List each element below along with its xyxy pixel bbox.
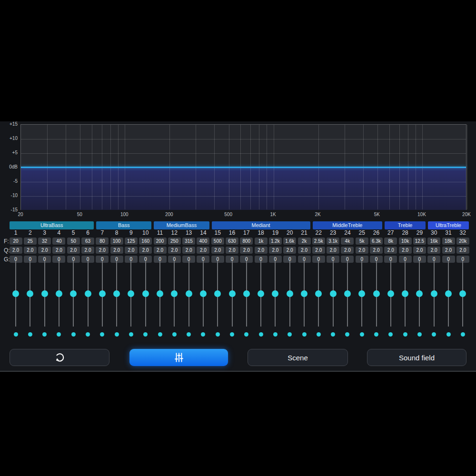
scene-button[interactable]: Scene	[248, 349, 348, 366]
gain-slider-knob[interactable]	[186, 290, 192, 297]
f-value[interactable]: 5k	[356, 238, 368, 245]
q-value[interactable]: 2.0	[67, 247, 80, 254]
gain-slider-knob[interactable]	[200, 290, 207, 297]
f-value[interactable]: 3.1k	[327, 238, 339, 245]
f-value[interactable]: 6.3k	[370, 238, 383, 245]
f-value[interactable]: 8k	[384, 238, 397, 245]
f-value[interactable]: 32	[38, 238, 51, 245]
gain-slider-knob[interactable]	[41, 290, 48, 297]
gain-slider-knob[interactable]	[272, 290, 278, 297]
q-value[interactable]: 2.0	[283, 247, 296, 254]
f-value[interactable]: 400	[197, 238, 209, 245]
q-value[interactable]: 2.0	[298, 247, 311, 254]
f-value[interactable]: 1.6k	[283, 238, 296, 245]
equalizer-button[interactable]	[129, 349, 228, 366]
q-value[interactable]: 2.0	[255, 247, 268, 254]
f-value[interactable]: 80	[96, 238, 109, 245]
q-value[interactable]: 2.0	[356, 247, 368, 254]
f-value[interactable]: 50	[67, 238, 80, 245]
q-value[interactable]: 2.0	[240, 247, 253, 254]
f-value[interactable]: 4k	[341, 238, 354, 245]
f-value[interactable]: 25	[24, 238, 37, 245]
q-value[interactable]: 2.0	[139, 247, 152, 254]
q-value[interactable]: 2.0	[269, 247, 282, 254]
q-value[interactable]: 2.0	[125, 247, 138, 254]
q-value[interactable]: 2.0	[226, 247, 238, 254]
gain-slider-knob[interactable]	[287, 290, 293, 297]
gain-slider-knob[interactable]	[243, 290, 250, 297]
gain-slider-knob[interactable]	[99, 290, 106, 297]
f-value[interactable]: 2.5k	[312, 238, 325, 245]
gain-slider-knob[interactable]	[358, 290, 365, 297]
gain-slider-knob[interactable]	[315, 290, 322, 297]
gain-slider-knob[interactable]	[445, 290, 452, 297]
gain-slider-knob[interactable]	[301, 290, 307, 297]
q-value[interactable]: 2.0	[399, 247, 412, 254]
q-value[interactable]: 2.0	[456, 247, 469, 254]
f-value[interactable]: 1.2k	[269, 238, 282, 245]
f-value[interactable]: 1k	[255, 238, 268, 245]
gain-slider-knob[interactable]	[85, 290, 91, 297]
gain-slider-knob[interactable]	[157, 290, 163, 297]
f-value[interactable]: 250	[168, 238, 181, 245]
q-value[interactable]: 2.0	[168, 247, 181, 254]
f-value[interactable]: 10k	[399, 238, 412, 245]
q-value[interactable]: 2.0	[413, 247, 426, 254]
gain-slider-knob[interactable]	[128, 290, 134, 297]
gain-slider-knob[interactable]	[373, 290, 380, 297]
q-value[interactable]: 2.0	[81, 247, 94, 254]
q-value[interactable]: 2.0	[197, 247, 209, 254]
q-value[interactable]: 2.0	[52, 247, 65, 254]
gain-slider-knob[interactable]	[402, 290, 408, 297]
f-value[interactable]: 800	[240, 238, 253, 245]
gain-slider-knob[interactable]	[229, 290, 236, 297]
gain-slider-knob[interactable]	[12, 290, 19, 297]
q-value[interactable]: 2.0	[38, 247, 51, 254]
gain-slider-knob[interactable]	[344, 290, 351, 297]
q-value[interactable]: 2.0	[370, 247, 383, 254]
gain-slider-knob[interactable]	[27, 290, 33, 297]
q-value[interactable]: 2.0	[442, 247, 455, 254]
gain-slider-knob[interactable]	[459, 290, 466, 297]
gain-slider-knob[interactable]	[387, 290, 394, 297]
q-value[interactable]: 2.0	[312, 247, 325, 254]
f-value[interactable]: 160	[139, 238, 152, 245]
f-value[interactable]: 12.5	[413, 238, 426, 245]
q-value[interactable]: 2.0	[24, 247, 37, 254]
gain-slider-knob[interactable]	[171, 290, 178, 297]
gain-slider-knob[interactable]	[214, 290, 221, 297]
f-value[interactable]: 20	[10, 238, 22, 245]
gain-slider-knob[interactable]	[70, 290, 77, 297]
q-value[interactable]: 2.0	[427, 247, 440, 254]
f-value[interactable]: 20k	[456, 238, 469, 245]
f-value[interactable]: 18k	[442, 238, 455, 245]
gain-slider-knob[interactable]	[113, 290, 120, 297]
q-value[interactable]: 2.0	[211, 247, 224, 254]
f-value[interactable]: 2k	[298, 238, 311, 245]
f-value[interactable]: 63	[81, 238, 94, 245]
q-value[interactable]: 2.0	[154, 247, 167, 254]
f-value[interactable]: 200	[154, 238, 167, 245]
q-value[interactable]: 2.0	[10, 247, 22, 254]
q-value[interactable]: 2.0	[96, 247, 109, 254]
gain-slider-knob[interactable]	[416, 290, 423, 297]
f-value[interactable]: 40	[52, 238, 65, 245]
q-value[interactable]: 2.0	[182, 247, 195, 254]
gain-slider-knob[interactable]	[431, 290, 437, 297]
q-value[interactable]: 2.0	[384, 247, 397, 254]
sound-field-button[interactable]: Sound field	[367, 349, 466, 366]
gain-slider-knob[interactable]	[258, 290, 264, 297]
q-value[interactable]: 2.0	[327, 247, 339, 254]
f-value[interactable]: 100	[110, 238, 123, 245]
reset-button[interactable]	[10, 349, 109, 366]
f-value[interactable]: 125	[125, 238, 138, 245]
gain-slider-knob[interactable]	[142, 290, 149, 297]
f-value[interactable]: 315	[182, 238, 195, 245]
gain-slider-knob[interactable]	[330, 290, 337, 297]
q-value[interactable]: 2.0	[110, 247, 123, 254]
f-value[interactable]: 500	[211, 238, 224, 245]
f-value[interactable]: 16k	[427, 238, 440, 245]
f-value[interactable]: 630	[226, 238, 238, 245]
gain-slider-knob[interactable]	[56, 290, 62, 297]
q-value[interactable]: 2.0	[341, 247, 354, 254]
